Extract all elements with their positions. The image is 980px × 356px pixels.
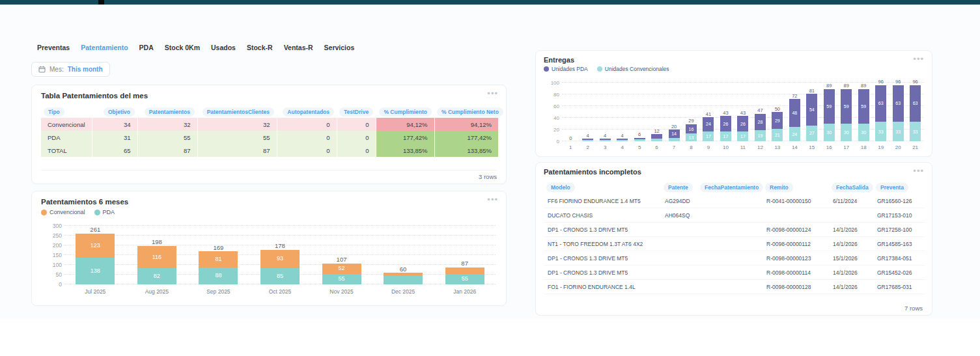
bar-oct-2025[interactable]: 1788593 (260, 243, 300, 284)
table-row[interactable]: DP1 - CRONOS 1.3 DRIVE MT5R-0098-0000012… (544, 251, 925, 266)
bar-18[interactable]: 893059 (858, 83, 869, 141)
bar-total-label: 81 (809, 89, 815, 94)
bar-8[interactable]: 291316 (686, 118, 697, 141)
bar-dec-2025[interactable]: 60 (384, 266, 423, 285)
legend-item[interactable]: Unidades PDA (544, 66, 588, 72)
bar-11[interactable]: 431726 (737, 111, 748, 141)
table-row[interactable]: DP1 - CRONOS 1.3 DRIVE MT5R-0098-0000012… (544, 223, 925, 237)
filter-value[interactable]: This month (68, 66, 103, 73)
column-header[interactable]: Preventa (876, 183, 908, 192)
column-header[interactable]: Modelo (546, 183, 575, 192)
card-menu-icon[interactable]: ••• (487, 89, 498, 98)
bar-segment: 33 (875, 122, 886, 141)
column-header[interactable]: % Cumplimiento Neto (437, 107, 503, 116)
bar-4[interactable]: 4 (617, 133, 628, 141)
bar-segment: 17 (720, 131, 731, 141)
bar-14[interactable]: 722448 (789, 94, 800, 141)
bar-sep-2025[interactable]: 1698881 (199, 245, 238, 284)
y-axis-label: 40 (544, 115, 559, 121)
incompletos-table: ModeloPatenteFechaPatentamientoRemitoFec… (544, 178, 925, 294)
column-header[interactable]: FechaPatentamiento (700, 183, 763, 192)
tab-preventas[interactable]: Preventas (37, 44, 70, 51)
column-header[interactable]: FechaSalida (832, 183, 873, 192)
column-header[interactable]: Autopatentados (283, 107, 334, 116)
bar-21[interactable]: 963363 (910, 79, 921, 141)
card-menu-icon[interactable]: ••• (487, 195, 498, 204)
column-header[interactable]: Patentamientos (145, 107, 195, 116)
bar-7[interactable]: 2014 (669, 124, 680, 141)
bar-jan-2026[interactable]: 8755 (445, 260, 484, 284)
tab-bar: PreventasPatentamientoPDAStock 0KmUsados… (37, 44, 354, 51)
bar-total-label: 72 (792, 94, 797, 99)
bar-12[interactable]: 471928 (755, 108, 766, 141)
x-axis-label: 13 (772, 144, 783, 150)
bar-5[interactable]: 6 (634, 132, 645, 141)
tab-stock-0km[interactable]: Stock 0Km (165, 44, 200, 51)
table-row: Convencional3432320094,12%94,12% (41, 118, 498, 131)
column-header[interactable]: Objetivo (104, 107, 135, 116)
column-header[interactable]: PatentamientosClientes (203, 107, 274, 116)
x-axis-label: 18 (858, 144, 869, 150)
y-axis-label: 80 (544, 92, 559, 98)
bar-13[interactable]: 502129 (772, 107, 783, 141)
month-filter[interactable]: Mes: This month (31, 62, 110, 77)
bar-total-label: 12 (654, 129, 659, 134)
table-cell: R-0098-00000114 (763, 266, 829, 280)
card-menu-icon[interactable]: ••• (913, 55, 924, 63)
card-title: Patentamientos incompletos (544, 168, 924, 176)
bar-segment: 33 (910, 122, 921, 141)
bar-19[interactable]: 963363 (875, 79, 886, 141)
bar-segment: 33 (893, 122, 904, 141)
y-axis-label: 20 (544, 127, 559, 133)
bar-1[interactable]: 0 (565, 136, 576, 142)
patentamientos-mes-table: TipoObjetivoPatentamientosPatentamientos… (41, 103, 498, 157)
bar-6[interactable]: 12 (651, 129, 662, 141)
bar-segment: 63 (893, 85, 904, 122)
x-axis-label: Nov 2025 (322, 288, 361, 295)
column-header[interactable]: Patente (664, 183, 693, 192)
legend-item[interactable]: PDA (94, 209, 115, 215)
bar-2[interactable]: 4 (582, 133, 593, 141)
column-header[interactable]: Tipo (44, 107, 64, 116)
bar-3[interactable]: 4 (600, 133, 611, 141)
tab-patentamiento[interactable]: Patentamiento (81, 44, 128, 51)
table-header-row: ModeloPatenteFechaPatentamientoRemitoFec… (544, 178, 925, 194)
bar-segment: 17 (737, 131, 748, 141)
x-axis-label: 15 (806, 144, 817, 150)
table-cell: 133,85% (434, 144, 498, 157)
bar-10[interactable]: 431726 (720, 111, 731, 141)
bar-aug-2025[interactable]: 19882116 (137, 239, 176, 284)
table-row[interactable]: FF6 FIORINO ENDURANCE 1.4 MT5AG294DDR-00… (544, 194, 925, 208)
column-header[interactable]: % Cumplimiento (379, 107, 432, 116)
table-row[interactable]: FO1 - FIORINO ENDURANCE 1.4LR-0098-00000… (544, 280, 925, 294)
browser-top-bar (0, 0, 980, 5)
table-row[interactable]: DP1 - CRONOS 1.3 DRIVE MT5R-0098-0000011… (544, 266, 925, 280)
row-count: 7 rows (545, 302, 923, 312)
card-menu-icon[interactable]: ••• (913, 167, 924, 175)
tab-usados[interactable]: Usados (211, 44, 236, 51)
table-cell: 6/11/2024 (829, 194, 873, 208)
bar-nov-2025[interactable]: 1075552 (322, 256, 361, 284)
legend-label: Unidades PDA (552, 66, 588, 72)
x-axis-label: 20 (893, 144, 904, 150)
bar-15[interactable]: 812754 (806, 89, 817, 141)
tab-pda[interactable]: PDA (139, 44, 154, 51)
tab-servicios[interactable]: Servicios (324, 44, 355, 51)
column-header[interactable]: Remito (765, 183, 793, 192)
bar-20[interactable]: 963363 (893, 79, 904, 141)
bar-9[interactable]: 411724 (703, 112, 714, 141)
table-row[interactable]: DUCATO CHASISAH064SQGR17153-010 (544, 208, 925, 223)
table-cell: R-0041-00000150 (763, 194, 829, 208)
tab-stock-r[interactable]: Stock-R (247, 44, 273, 51)
legend-item[interactable]: Unidades Convencionales (597, 66, 669, 72)
bar-jul-2025[interactable]: 261138123 (76, 226, 115, 284)
bar-total-label: 89 (826, 83, 832, 89)
column-header[interactable]: TestDrive (339, 107, 373, 116)
bar-segment: 30 (841, 124, 852, 141)
bar-16[interactable]: 893059 (824, 83, 835, 141)
tab-ventas-r[interactable]: Ventas-R (284, 44, 313, 51)
legend-item[interactable]: Convencional (41, 209, 85, 215)
table-row[interactable]: NT1 - TORO FREEDOM 1.3T AT6 4X2R-0098-00… (544, 237, 925, 251)
bar-17[interactable]: 893059 (841, 83, 852, 141)
table-cell (763, 208, 829, 223)
